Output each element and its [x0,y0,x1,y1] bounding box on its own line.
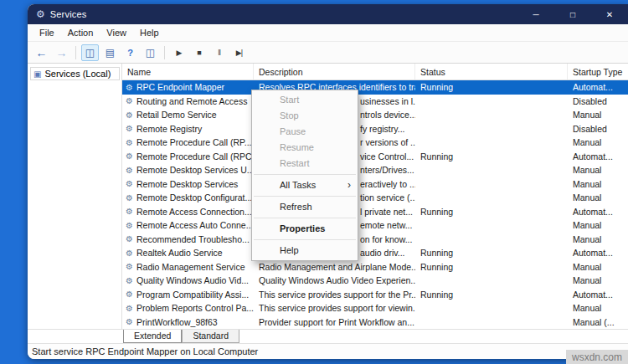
service-gear-icon: ⚙ [126,221,133,230]
menu-file[interactable]: File [33,26,61,39]
service-row[interactable]: ⚙Remote Procedure Call (RPC)vice Control… [122,150,628,164]
service-status-cell: Running [415,151,568,161]
service-startup-cell: Automat... [568,82,628,92]
service-name-cell: ⚙RPC Endpoint Mapper [122,82,254,92]
menu-action[interactable]: Action [61,26,100,39]
service-gear-icon: ⚙ [126,179,133,188]
service-startup-cell: Manual [568,275,628,285]
service-name: Remote Desktop Services U... [136,165,254,175]
context-menu-item-properties[interactable]: Properties [252,221,358,237]
service-row[interactable]: ⚙Retail Demo Servicentrols device...Manu… [122,108,628,122]
help-icon[interactable]: ? [121,44,139,61]
service-name-cell: ⚙Remote Procedure Call (RP... [122,137,254,147]
service-row[interactable]: ⚙Remote Desktop Serviceseractively to ..… [122,177,628,192]
service-name-cell: ⚙Realtek Audio Service [122,248,254,258]
context-menu: StartStopPauseResumeRestartAll Tasks›Ref… [251,90,358,261]
close-button[interactable]: ✕ [591,4,628,24]
context-menu-item-refresh[interactable]: Refresh [252,199,358,215]
service-startup-cell: Manual [568,179,628,189]
toolbar-separator [75,46,76,59]
service-row[interactable]: ⚙Radio Management ServiceRadio Managemen… [122,260,628,274]
service-row[interactable]: ⚙Remote Access Auto Conne...emote netw..… [122,218,628,233]
service-name: Remote Desktop Services [136,179,238,189]
service-row[interactable]: ⚙Remote Access Connection...l private ne… [122,205,628,219]
service-gear-icon: ⚙ [126,96,133,105]
tab-standard[interactable]: Standard [182,330,239,343]
service-row[interactable]: ⚙Realtek Audio Serviceaudio driv...Runni… [122,246,628,260]
service-startup-cell: Automat... [568,207,628,217]
service-name: Remote Procedure Call (RP... [136,137,252,147]
minimize-button[interactable]: ─ [517,4,554,24]
stop-service-icon[interactable]: ■ [190,44,208,61]
tab-extended[interactable]: Extended [123,330,182,343]
maximize-button[interactable]: □ [554,4,591,24]
column-header-description[interactable]: Description [254,64,415,79]
service-row[interactable]: ⚙Recommended Troublesho...on for know...… [122,233,628,247]
export-list-icon[interactable]: ▤ [101,44,119,61]
column-header-name[interactable]: Name [122,64,254,79]
service-startup-cell: Manual [568,262,628,272]
context-menu-separator [254,239,356,240]
service-name-cell: ⚙Problem Reports Control Pa... [122,303,254,313]
service-description-cell: This service provides support for the Pr… [254,290,415,300]
list-body: ⚙RPC Endpoint MapperResolves RPC interfa… [122,80,628,329]
service-row[interactable]: ⚙Remote Registryfy registry...Disabled [122,122,628,136]
show-console-tree-icon[interactable]: ◫ [81,44,99,61]
service-description-cell: This service provides support for viewin… [254,303,415,313]
menu-view[interactable]: View [100,26,133,39]
start-service-icon[interactable]: ▶ [170,44,188,61]
service-name: Realtek Audio Service [136,248,223,258]
service-row[interactable]: ⚙Program Compatibility Assi...This servi… [122,288,628,302]
context-menu-item-resume: Resume [252,140,358,156]
service-name-cell: ⚙Program Compatibility Assi... [122,290,254,300]
submenu-arrow-icon: › [347,177,351,193]
context-menu-item-help[interactable]: Help [252,243,358,259]
service-description-cell: Radio Management and Airplane Mode... [254,262,415,272]
service-row[interactable]: ⚙Routing and Remote Accessusinesses in l… [122,95,628,109]
status-bar-text: Start service RPC Endpoint Mapper on Loc… [32,346,258,356]
menu-bar: FileActionViewHelp [28,24,628,42]
service-name: PrintWorkflow_98f63 [136,317,218,327]
service-row[interactable]: ⚙PrintWorkflow_98f63Provider support for… [122,315,628,330]
services-list-panel: NameDescriptionStatusStartup Type ⚙RPC E… [122,64,628,329]
service-name-cell: ⚙Radio Management Service [122,262,254,272]
tree-item-services-local[interactable]: ▣ Services (Local) [30,67,120,80]
column-header-status[interactable]: Status [415,64,568,79]
back-arrow-icon[interactable]: ← [33,44,50,61]
forward-arrow-icon[interactable]: → [53,44,70,61]
service-row[interactable]: ⚙Remote Procedure Call (RP...r versions … [122,136,628,150]
service-gear-icon: ⚙ [126,234,133,244]
service-gear-icon: ⚙ [126,124,133,133]
service-name-cell: ⚙Retail Demo Service [122,110,254,120]
window-title: Services [50,9,87,19]
service-name-cell: ⚙Remote Access Auto Conne... [122,220,254,230]
context-menu-item-start: Start [252,92,358,108]
service-startup-cell: Manual [568,220,628,230]
services-app-icon: ⚙ [36,8,45,20]
service-name: Program Compatibility Assi... [136,290,249,300]
service-name-cell: ⚙Recommended Troublesho... [122,234,254,244]
service-row[interactable]: ⚙Quality Windows Audio Vid...Quality Win… [122,274,628,288]
pause-service-icon[interactable]: ‖ [210,44,228,61]
service-description-cell: Quality Windows Audio Video Experien... [254,275,415,285]
column-header-startup-type[interactable]: Startup Type [568,64,628,79]
service-row[interactable]: ⚙Remote Desktop Configurat...tion servic… [122,191,628,205]
service-status-cell: Running [415,290,568,300]
view-tabs: ExtendedStandard [28,329,628,343]
service-name: Problem Reports Control Pa... [136,303,254,313]
console-tree-panel: ▣ Services (Local) [28,64,122,329]
service-row[interactable]: ⚙Remote Desktop Services U...nters/Drive… [122,163,628,177]
service-name-cell: ⚙PrintWorkflow_98f63 [122,317,254,327]
menu-help[interactable]: Help [133,26,166,39]
console-window-icon[interactable]: ◫ [142,44,159,61]
service-name: Remote Access Connection... [136,207,252,217]
service-name: Quality Windows Audio Vid... [136,275,249,285]
service-row[interactable]: ⚙RPC Endpoint MapperResolves RPC interfa… [122,80,628,95]
restart-service-icon[interactable]: ▶| [230,44,248,61]
service-row[interactable]: ⚙Problem Reports Control Pa...This servi… [122,301,628,315]
service-status-cell: Running [415,207,568,217]
titlebar: ⚙ Services ─ □ ✕ [28,4,628,24]
context-menu-item-all-tasks[interactable]: All Tasks› [252,177,358,193]
status-bar: Start service RPC Endpoint Mapper on Loc… [28,343,628,359]
service-name-cell: ⚙Remote Procedure Call (RPC) [122,151,254,161]
